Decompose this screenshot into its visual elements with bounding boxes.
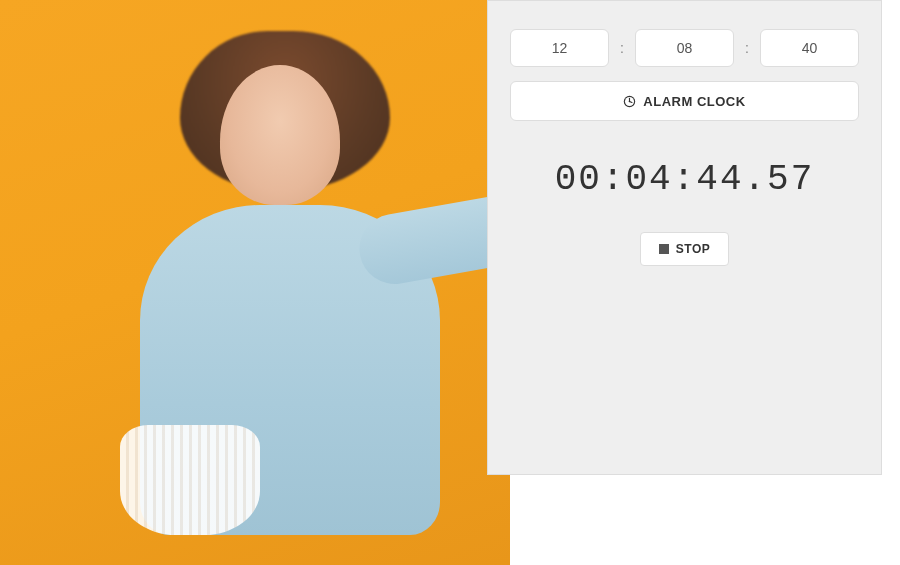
clock-icon	[623, 95, 636, 108]
time-separator: :	[742, 40, 752, 56]
person-illustration	[60, 25, 490, 565]
svg-point-4	[629, 100, 631, 102]
stop-button[interactable]: STOP	[640, 232, 729, 266]
alarm-clock-button-label: ALARM CLOCK	[643, 94, 745, 109]
alarm-seconds-input[interactable]: 40	[760, 29, 859, 67]
alarm-time-row: 12 : 08 : 40	[510, 29, 859, 67]
stop-icon	[659, 244, 669, 254]
stop-button-label: STOP	[676, 242, 710, 256]
time-separator: :	[617, 40, 627, 56]
alarm-clock-button[interactable]: ALARM CLOCK	[510, 81, 859, 121]
promo-photo	[0, 0, 510, 565]
clock-panel: 12 : 08 : 40 ALARM CLOCK 00:04:44.57 STO…	[487, 0, 882, 475]
alarm-hours-input[interactable]: 12	[510, 29, 609, 67]
stopwatch-display: 00:04:44.57	[555, 159, 815, 200]
alarm-minutes-input[interactable]: 08	[635, 29, 734, 67]
